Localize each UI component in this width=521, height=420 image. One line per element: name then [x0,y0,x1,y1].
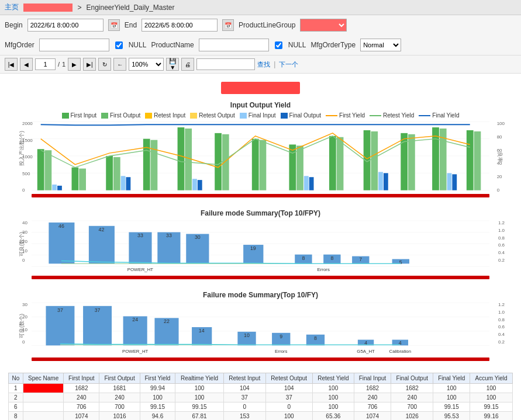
chart2-wrapper: 可良(数个) 403020100 1.21.00.80.60.40.2 [13,220,508,275]
refresh-button[interactable]: ↻ [98,58,111,71]
main-content: Input Output Yield First Input First Out… [2,76,519,420]
next-page-button[interactable]: ▶ [68,58,81,71]
svg-rect-12 [113,157,120,190]
nav-title: EngineerYield_Daily_Master [86,4,174,12]
col-spec-name: Spec Name [23,373,64,384]
chart1-y-ticks-right: 100806040200 [497,121,505,193]
chart1-y-ticks-left: 2000150010005000 [22,121,33,193]
svg-text:46: 46 [58,223,64,229]
cell-ay: 99.16 [470,412,513,421]
svg-text:33: 33 [137,232,143,238]
mfg-order-null-label: NULL [129,41,147,49]
svg-rect-10 [79,169,86,190]
svg-rect-30 [337,137,344,190]
end-calendar-icon[interactable]: 📅 [222,19,234,31]
svg-rect-33 [378,172,383,190]
svg-rect-26 [296,145,303,190]
cell-fno: 240 [391,393,433,402]
begin-input[interactable] [27,19,103,32]
legend-final-input-color [240,113,247,119]
col-final-input: Final Input [354,373,391,384]
chart2-y-ticks-right: 1.21.00.80.60.40.2 [498,220,505,263]
cell-fno: 1682 [391,384,433,393]
svg-rect-6 [45,150,52,190]
legend-retest-output: Retest Output [190,112,235,119]
find-link[interactable]: 查找 [257,60,270,69]
legend-final-output-label: Final Output [289,112,321,119]
legend-retest-output-label: Retest Output [199,112,235,119]
cell-ri: 0 [223,402,265,412]
mfg-order-input[interactable] [39,39,109,51]
col-retest-input: Retest Input [223,373,265,384]
svg-rect-11 [106,156,113,190]
svg-text:22: 22 [164,318,170,324]
cell-fy: 99.15 [140,402,175,412]
app-wrapper: 主页 > EngineerYield_Daily_Master Begin 📅 … [0,0,521,420]
last-page-button[interactable]: ▶| [83,58,96,71]
svg-text:8: 8 [314,335,317,341]
print-button[interactable]: 🖨 [181,58,194,71]
end-label: End [125,21,137,29]
legend-retest-yield-label: Retest Yield [383,112,414,119]
mfg-order-type-select[interactable]: Normal [360,39,401,51]
cell-ay: 99.15 [470,402,513,412]
cell-spec [23,384,64,393]
table-row: 1 1682 1681 99.94 100 104 104 100 1682 1… [9,384,513,393]
begin-calendar-icon[interactable]: 📅 [108,19,120,31]
product-name-null-checkbox[interactable] [275,41,282,49]
table-row: 2 240 240 100 100 37 37 100 240 240 100 … [9,393,513,402]
svg-rect-17 [178,127,185,190]
save-dropdown-button[interactable]: 💾▼ [166,58,179,71]
end-input[interactable] [142,19,218,32]
cell-spec [23,412,64,421]
svg-rect-39 [447,173,452,190]
cell-spec [23,402,64,412]
svg-text:30: 30 [195,234,201,240]
svg-rect-20 [198,180,202,190]
back-button[interactable]: ← [113,58,126,71]
page-input[interactable] [35,58,56,70]
svg-text:8: 8 [330,255,333,261]
product-name-input[interactable] [199,39,269,51]
cell-fni: 1682 [354,384,391,393]
chart3-wrapper: 可良(数个) 3020100 1.21.00.80.60.40.2 [13,302,508,356]
svg-text:Errors: Errors [275,349,287,354]
cell-ro: 100 [265,412,312,421]
next-link[interactable]: 下一个 [279,60,298,69]
first-page-button[interactable]: |◀ [5,58,18,71]
cell-spec [23,393,64,402]
product-name-label: ProductName [151,41,194,49]
svg-text:9: 9 [280,334,282,339]
chart3-y-ticks-left: 3020100 [22,302,27,345]
product-name-null-label: NULL [288,41,306,49]
search-input[interactable] [196,58,255,70]
svg-rect-25 [289,144,296,190]
legend-first-input: First Input [62,112,96,119]
svg-text:10: 10 [244,332,250,338]
col-first-output: First Output [99,373,140,384]
svg-rect-29 [329,136,336,190]
prev-page-button[interactable]: ◀ [20,58,33,71]
svg-text:42: 42 [99,227,105,232]
chart2-title: Failure mode Summary(Top 10/FPY) [8,209,513,217]
cell-ri: 153 [223,412,265,421]
legend-final-output: Final Output [281,112,321,119]
cell-rty: 65.36 [312,412,354,421]
report-title [221,82,299,94]
product-line-select[interactable] [300,19,347,32]
filter-row-2: MfgOrder NULL ProductName NULL MfgOrderT… [5,39,516,51]
home-link[interactable]: 主页 [5,2,19,12]
chart3-y-ticks-right: 1.21.00.80.60.40.2 [498,302,505,345]
col-first-yield: First Yield [140,373,175,384]
cell-fno: 1026 [391,412,433,421]
filter-bar: Begin 📅 End 📅 ProductLineGroup MfgOrder … [0,15,521,55]
svg-rect-32 [371,131,378,190]
zoom-select[interactable]: 100% [129,58,164,71]
svg-rect-9 [72,168,79,190]
cell-ro: 0 [265,402,312,412]
svg-rect-19 [192,179,197,190]
mfg-order-null-checkbox[interactable] [115,41,123,49]
mfg-order-type-label: MfgOrderType [310,41,356,49]
svg-text:5: 5 [399,259,402,265]
svg-rect-5 [37,149,44,190]
